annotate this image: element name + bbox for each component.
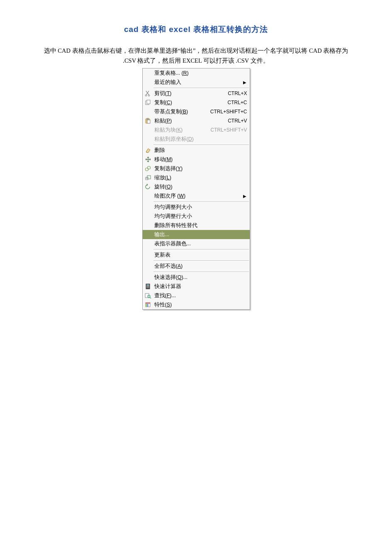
menu-label: 表指示器颜色... [154, 240, 247, 247]
menu-item-find[interactable]: 查找(F)... [143, 291, 250, 300]
svg-rect-22 [146, 303, 150, 304]
submenu-arrow-icon: ▶ [243, 194, 247, 198]
menu-label: 移动(M) [154, 156, 247, 163]
blank-icon [144, 127, 152, 133]
menu-label: 更新表 [154, 252, 247, 259]
menu-item-copy-selection[interactable]: 复制选择(Y) [143, 164, 250, 173]
menu-item-copy[interactable]: 复制(C) CTRL+C [143, 98, 250, 107]
menu-label: 全部不选(A) [154, 263, 247, 270]
blank-icon [144, 263, 152, 269]
svg-rect-13 [146, 286, 147, 287]
menu-label: 特性(S) [154, 301, 247, 308]
menu-separator [153, 260, 249, 261]
menu-item-rotate[interactable]: 旋转(O) [143, 182, 250, 191]
svg-rect-6 [147, 120, 150, 123]
menu-separator [153, 144, 249, 145]
menu-item-size-cols[interactable]: 均匀调整列大小 [143, 203, 250, 212]
menu-label: 查找(F)... [154, 292, 247, 299]
paste-icon [144, 117, 152, 124]
menu-item-deselect-all[interactable]: 全部不选(A) [143, 262, 250, 271]
menu-label: 重复表格... (R) [154, 70, 247, 77]
menu-item-erase[interactable]: 删除 [143, 146, 250, 155]
menu-separator [153, 249, 249, 249]
blank-icon [144, 136, 152, 142]
menu-label: 输出... [154, 231, 247, 238]
menu-item-scale[interactable]: 缩放(L) [143, 173, 250, 182]
menu-label: 快速计算器 [154, 283, 247, 290]
cut-icon [144, 90, 152, 97]
svg-rect-23 [146, 304, 147, 307]
menu-label: 均匀调整行大小 [154, 213, 247, 220]
menu-item-quick-select[interactable]: 快速选择(Q)... [143, 273, 250, 282]
menu-label: 复制选择(Y) [154, 165, 247, 172]
menu-item-properties[interactable]: 特性(S) [143, 300, 250, 309]
menu-item-cut[interactable]: 剪切(T) CTRL+X [143, 89, 250, 98]
blank-icon [144, 252, 152, 258]
menu-item-quick-calc[interactable]: 快速计算器 [143, 282, 250, 291]
properties-icon [144, 301, 152, 308]
submenu-arrow-icon: ▶ [243, 80, 247, 85]
menu-shortcut: CTRL+V [224, 118, 247, 124]
svg-rect-5 [147, 118, 149, 120]
blank-icon [144, 222, 152, 229]
calculator-icon [144, 283, 152, 290]
menu-label: 复制(C) [154, 99, 224, 106]
menu-label: 缩放(L) [154, 174, 247, 181]
blank-icon [144, 70, 152, 76]
svg-rect-16 [146, 287, 147, 288]
menu-item-paste-block: 粘贴为块(K) CTRL+SHIFT+V [143, 125, 250, 134]
menu-label: 绘图次序 (W) [154, 193, 243, 200]
menu-label: 旋转(O) [154, 183, 247, 191]
menu-separator [153, 201, 249, 202]
svg-point-8 [147, 166, 150, 169]
menu-separator [153, 271, 249, 272]
menu-item-recent-input[interactable]: 最近的输入 ▶ [143, 78, 250, 87]
blank-icon [144, 240, 152, 247]
scale-icon [144, 174, 152, 181]
menu-item-paste-orig: 粘贴到原坐标(D) [143, 134, 250, 144]
svg-rect-24 [147, 304, 148, 307]
menu-label: 粘贴为块(K) [154, 127, 207, 134]
rotate-icon [144, 183, 152, 190]
blank-icon [144, 108, 152, 115]
menu-item-remove-overrides[interactable]: 删除所有特性替代 [143, 221, 250, 230]
menu-shortcut: CTRL+SHIFT+V [207, 127, 247, 133]
find-icon [144, 292, 152, 299]
blank-icon [144, 79, 152, 86]
menu-item-paste[interactable]: 粘贴(P) CTRL+V [143, 116, 250, 125]
menu-item-indicator-color[interactable]: 表指示器颜色... [143, 239, 250, 248]
description-text: 选中 CAD 表格点击鼠标右键，在弹出菜单里选择“输出”，然后在出现对话框起一个… [41, 46, 351, 66]
menu-shortcut: CTRL+SHIFT+C [207, 109, 247, 115]
menu-item-draw-order[interactable]: 绘图次序 (W) ▶ [143, 191, 250, 200]
copy-selection-icon [144, 165, 152, 172]
menu-label: 粘贴(P) [154, 117, 225, 125]
move-icon [144, 156, 152, 163]
svg-rect-15 [148, 286, 149, 287]
menu-item-repeat-table[interactable]: 重复表格... (R) [143, 68, 250, 78]
menu-separator [153, 88, 249, 88]
menu-item-copy-base[interactable]: 带基点复制(B) CTRL+SHIFT+C [143, 107, 250, 116]
page-title: cad 表格和 excel 表格相互转换的方法 [41, 24, 351, 35]
context-menu: 重复表格... (R) 最近的输入 ▶ 剪切(T) CTRL+X 复制( [142, 68, 250, 310]
menu-shortcut: CTRL+C [224, 100, 247, 105]
menu-label: 删除所有特性替代 [154, 222, 247, 229]
erase-icon [144, 147, 152, 154]
svg-rect-12 [146, 285, 149, 286]
blank-icon [144, 213, 152, 220]
blank-icon [144, 231, 152, 238]
copy-icon [144, 99, 152, 106]
menu-item-export[interactable]: 输出... [143, 230, 250, 239]
menu-label: 删除 [154, 147, 247, 154]
menu-item-move[interactable]: 移动(M) [143, 155, 250, 164]
svg-rect-17 [147, 287, 148, 288]
menu-label: 快速选择(Q)... [154, 274, 247, 281]
menu-item-size-rows[interactable]: 均匀调整行大小 [143, 212, 250, 221]
blank-icon [144, 274, 152, 281]
menu-item-update-table[interactable]: 更新表 [143, 250, 250, 259]
svg-rect-18 [148, 287, 149, 288]
menu-label: 最近的输入 [154, 79, 243, 86]
blank-icon [144, 193, 152, 199]
svg-rect-14 [147, 286, 148, 287]
svg-rect-3 [147, 100, 150, 104]
menu-shortcut: CTRL+X [224, 90, 247, 96]
